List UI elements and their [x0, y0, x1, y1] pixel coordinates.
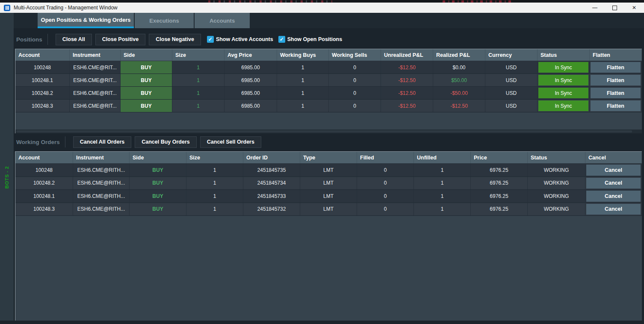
cell-realized-pnl: -$12.50 [433, 100, 485, 112]
cell-cancel: Cancel [585, 164, 642, 177]
close-negative-button[interactable]: Close Negative [149, 34, 201, 45]
cancel-buy-orders-button[interactable]: Cancel Buy Orders [135, 136, 197, 148]
column-header-type[interactable]: Type [300, 152, 357, 163]
cell-price: 6976.25 [471, 177, 528, 190]
cell-type: LMT [300, 177, 357, 190]
cell-instrument: ESH6.CME@RITH... [73, 190, 130, 203]
column-header-working-buys[interactable]: Working Buys [277, 49, 329, 61]
cell-flatten: Flatten [590, 61, 642, 74]
column-header-instrument[interactable]: Instrument [70, 49, 121, 61]
column-header-cancel[interactable]: Cancel [585, 152, 642, 163]
position-row[interactable]: 100248.2 ESH6.CME@RIT... BUY 1 6985.00 1… [15, 87, 642, 100]
cell-status: WORKING [528, 190, 585, 203]
column-header-account[interactable]: Account [15, 49, 70, 61]
cell-unrealized-pnl: -$12.50 [381, 61, 433, 74]
cell-instrument: ESH6.CME@RIT... [70, 74, 121, 86]
close-positive-button[interactable]: Close Positive [95, 34, 145, 45]
positions-section-label: Positions [16, 36, 42, 43]
column-header-working-sells[interactable]: Working Sells [329, 49, 381, 61]
cell-price: 6976.25 [471, 164, 528, 177]
minimize-button[interactable]: — [585, 3, 605, 13]
cell-size: 1 [186, 203, 243, 216]
working-order-row[interactable]: 100248.3 ESH6.CME@RITH... BUY 1 24518457… [15, 203, 642, 216]
bots-label: BOTS - 2 [4, 166, 9, 189]
cancel-all-orders-button[interactable]: Cancel All Orders [73, 136, 131, 148]
column-header-instrument[interactable]: Instrument [73, 152, 130, 163]
column-header-status[interactable]: Status [538, 49, 590, 61]
column-header-flatten[interactable]: Flatten [590, 49, 642, 61]
flatten-button[interactable]: Flatten [591, 88, 641, 98]
cell-side: BUY [130, 203, 186, 216]
cell-instrument: ESH6.CME@RIT... [70, 61, 121, 74]
column-header-price[interactable]: Price [471, 152, 528, 163]
positions-table-header: Account Instrument Side Size Avg Price W… [15, 49, 642, 61]
cell-side: BUY [121, 61, 172, 74]
cancel-order-button[interactable]: Cancel [586, 165, 641, 176]
close-all-button[interactable]: Close All [56, 34, 92, 45]
cancel-order-button[interactable]: Cancel [586, 204, 641, 215]
flatten-button[interactable]: Flatten [591, 75, 641, 85]
divider [65, 136, 65, 147]
working-orders-table-empty-area [15, 216, 642, 321]
cell-price: 6976.25 [471, 190, 528, 203]
cell-status: In Sync [538, 87, 590, 99]
tab-executions[interactable]: Executions [135, 13, 194, 28]
cell-status: In Sync [538, 61, 590, 74]
column-header-account[interactable]: Account [15, 152, 73, 163]
cell-working-sells: 0 [329, 87, 381, 99]
cell-size: 1 [172, 61, 225, 74]
position-row[interactable]: 100248.1 ESH6.CME@RIT... BUY 1 6985.00 1… [15, 74, 642, 87]
tab-accounts[interactable]: Accounts [195, 13, 250, 28]
flatten-button[interactable]: Flatten [591, 62, 641, 73]
column-header-unfilled[interactable]: Unfilled [414, 152, 471, 163]
cell-type: LMT [300, 164, 357, 177]
position-row[interactable]: 100248.3 ESH6.CME@RIT... BUY 1 6985.00 1… [15, 100, 642, 112]
tab-open-positions[interactable]: Open Positions & Working Orders [38, 13, 134, 28]
column-header-filled[interactable]: Filled [357, 152, 414, 163]
window-controls: — ✕ [585, 3, 644, 13]
cell-instrument: ESH6.CME@RIT... [70, 87, 121, 99]
cell-size: 1 [186, 164, 243, 177]
column-header-avg-price[interactable]: Avg Price [225, 49, 277, 61]
column-header-status[interactable]: Status [528, 152, 585, 163]
cell-order-id: 2451845735 [243, 164, 300, 177]
column-header-size[interactable]: Size [186, 152, 243, 163]
scrollbar-thumb[interactable] [16, 130, 632, 133]
column-header-currency[interactable]: Currency [485, 49, 538, 61]
cell-avg-price: 6985.00 [225, 87, 277, 99]
cell-account: 100248.1 [15, 74, 70, 86]
cancel-sell-orders-button[interactable]: Cancel Sell Orders [200, 136, 261, 148]
cell-realized-pnl: $50.00 [433, 74, 485, 86]
column-header-side[interactable]: Side [121, 49, 172, 61]
column-header-order-id[interactable]: Order ID [243, 152, 300, 163]
cell-avg-price: 6985.00 [225, 100, 277, 112]
show-active-accounts-checkbox[interactable]: ✓ Show Active Accounts [207, 36, 273, 43]
cell-order-id: 2451845734 [243, 177, 300, 190]
cell-working-sells: 0 [329, 74, 381, 86]
cancel-order-button[interactable]: Cancel [586, 191, 641, 202]
working-order-row[interactable]: 100248.1 ESH6.CME@RITH... BUY 1 24518457… [15, 190, 642, 203]
cell-unfilled: 1 [414, 190, 471, 203]
cell-size: 1 [172, 87, 225, 99]
cell-flatten: Flatten [590, 87, 642, 99]
bots-sidebar: BOTS - 2 → [0, 13, 14, 321]
working-order-row[interactable]: 100248.2 ESH6.CME@RITH... BUY 1 24518457… [15, 177, 642, 190]
maximize-button[interactable] [605, 3, 624, 13]
cell-side: BUY [130, 190, 186, 203]
column-header-side[interactable]: Side [130, 152, 186, 163]
working-order-row[interactable]: 100248 ESH6.CME@RITH... BUY 1 2451845735… [15, 164, 642, 177]
positions-horizontal-scrollbar[interactable] [15, 130, 642, 133]
cell-size: 1 [172, 74, 225, 86]
cell-working-buys: 1 [277, 61, 329, 74]
position-row[interactable]: 100248 ESH6.CME@RIT... BUY 1 6985.00 1 0… [15, 61, 642, 74]
cell-status: In Sync [538, 74, 590, 86]
flatten-button[interactable]: Flatten [591, 100, 641, 111]
close-button[interactable]: ✕ [624, 3, 644, 13]
column-header-unrealized-pnl[interactable]: Unrealized P&L [381, 49, 433, 61]
in-sync-badge: In Sync [538, 75, 588, 85]
column-header-realized-pnl[interactable]: Realized P&L [433, 49, 485, 61]
column-header-size[interactable]: Size [172, 49, 225, 61]
cell-working-sells: 0 [329, 100, 381, 112]
show-open-positions-checkbox[interactable]: ✓ Show Open Positions [278, 36, 342, 43]
cancel-order-button[interactable]: Cancel [586, 178, 641, 189]
